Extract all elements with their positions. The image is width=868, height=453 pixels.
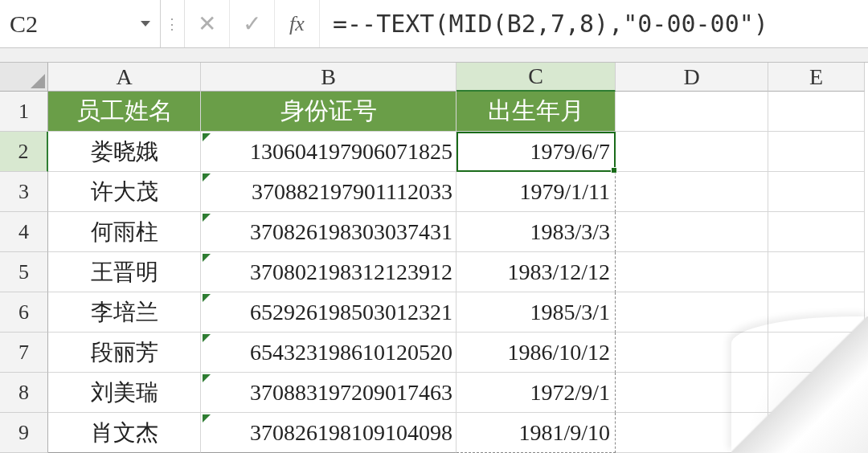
cell-D8[interactable] bbox=[616, 373, 768, 413]
col-header-B[interactable]: B bbox=[201, 63, 457, 92]
cell-C3[interactable]: 1979/1/11 bbox=[457, 172, 616, 212]
cell-D9[interactable] bbox=[616, 413, 768, 453]
text-marker-icon bbox=[203, 414, 211, 422]
col-header-E[interactable]: E bbox=[768, 63, 865, 92]
cell-C1[interactable]: 出生年月 bbox=[457, 92, 616, 132]
cell-E3[interactable] bbox=[768, 172, 865, 212]
text-marker-icon bbox=[203, 214, 211, 222]
cell-E7[interactable] bbox=[768, 333, 865, 373]
text-marker-icon bbox=[203, 173, 211, 182]
cell-B2[interactable]: 130604197906071825 bbox=[201, 132, 457, 172]
name-box-dropdown-icon[interactable] bbox=[141, 21, 150, 27]
cell-E4[interactable] bbox=[768, 212, 865, 252]
text-marker-icon bbox=[203, 133, 211, 141]
cell-E5[interactable] bbox=[768, 252, 865, 292]
row-header-9[interactable]: 9 bbox=[0, 413, 48, 453]
formula-input[interactable]: =--TEXT(MID(B2,7,8),"0-00-00") bbox=[320, 0, 868, 47]
cell-B8-value: 370883197209017463 bbox=[250, 380, 452, 406]
row-header-6[interactable]: 6 bbox=[0, 292, 48, 333]
cell-D4[interactable] bbox=[616, 212, 768, 252]
toolbar-separator bbox=[0, 48, 868, 63]
cell-D7[interactable] bbox=[616, 333, 768, 373]
cell-E1[interactable] bbox=[768, 92, 865, 132]
col-header-C[interactable]: C bbox=[457, 63, 616, 92]
cell-C6[interactable]: 1985/3/1 bbox=[457, 292, 616, 333]
cell-A6[interactable]: 李培兰 bbox=[48, 292, 201, 333]
cell-A5[interactable]: 王晋明 bbox=[48, 252, 201, 292]
row-header-1[interactable]: 1 bbox=[0, 92, 48, 132]
cell-D6[interactable] bbox=[616, 292, 768, 333]
cell-D5[interactable] bbox=[616, 252, 768, 292]
cell-A9[interactable]: 肖文杰 bbox=[48, 413, 201, 453]
cell-B9-value: 370826198109104098 bbox=[250, 420, 452, 446]
cell-E2[interactable] bbox=[768, 132, 865, 172]
text-marker-icon bbox=[203, 294, 211, 302]
cell-B5-value: 370802198312123912 bbox=[250, 259, 452, 285]
cell-D3[interactable] bbox=[616, 172, 768, 212]
select-all-corner[interactable] bbox=[0, 63, 48, 92]
row-header-4[interactable]: 4 bbox=[0, 212, 48, 252]
col-header-D[interactable]: D bbox=[616, 63, 768, 92]
cell-B6-value: 652926198503012321 bbox=[250, 300, 452, 325]
cell-D1[interactable] bbox=[616, 92, 768, 132]
cell-B8[interactable]: 370883197209017463 bbox=[201, 373, 457, 413]
cell-E6[interactable] bbox=[768, 292, 865, 333]
cell-C2[interactable]: 1979/6/7 bbox=[457, 132, 616, 172]
cell-D2[interactable] bbox=[616, 132, 768, 172]
name-box[interactable]: C2 bbox=[0, 0, 161, 47]
cell-E8[interactable] bbox=[768, 373, 865, 413]
cell-B6[interactable]: 652926198503012321 bbox=[201, 292, 457, 333]
cell-B7[interactable]: 654323198610120520 bbox=[201, 333, 457, 373]
cell-B9[interactable]: 370826198109104098 bbox=[201, 413, 457, 453]
spreadsheet-body: 1 员工姓名 身份证号 出生年月 2 娄晓娥 13060419790607182… bbox=[0, 92, 868, 453]
row-header-5[interactable]: 5 bbox=[0, 252, 48, 292]
cell-B7-value: 654323198610120520 bbox=[250, 340, 452, 365]
row-header-7[interactable]: 7 bbox=[0, 333, 48, 373]
cell-A3[interactable]: 许大茂 bbox=[48, 172, 201, 212]
cell-A1[interactable]: 员工姓名 bbox=[48, 92, 201, 132]
cell-B2-value: 130604197906071825 bbox=[250, 139, 452, 165]
text-marker-icon bbox=[203, 374, 211, 382]
enter-icon[interactable]: ✓ bbox=[230, 0, 275, 47]
row-header-8[interactable]: 8 bbox=[0, 373, 48, 413]
text-marker-icon bbox=[203, 334, 211, 342]
cell-B3-value: 370882197901112033 bbox=[252, 179, 452, 205]
cell-A4[interactable]: 何雨柱 bbox=[48, 212, 201, 252]
row-header-3[interactable]: 3 bbox=[0, 172, 48, 212]
formula-bar: C2 ⋮ ✕ ✓ fx =--TEXT(MID(B2,7,8),"0-00-00… bbox=[0, 0, 868, 48]
cell-C8[interactable]: 1972/9/1 bbox=[457, 373, 616, 413]
cell-C4[interactable]: 1983/3/3 bbox=[457, 212, 616, 252]
cell-A2[interactable]: 娄晓娥 bbox=[48, 132, 201, 172]
cell-B1[interactable]: 身份证号 bbox=[201, 92, 457, 132]
fx-icon[interactable]: fx bbox=[275, 0, 320, 47]
row-header-2[interactable]: 2 bbox=[0, 132, 48, 172]
cell-B5[interactable]: 370802198312123912 bbox=[201, 252, 457, 292]
cell-B4-value: 370826198303037431 bbox=[250, 219, 452, 245]
cell-C5[interactable]: 1983/12/12 bbox=[457, 252, 616, 292]
formula-bar-separator: ⋮ bbox=[161, 0, 185, 47]
spreadsheet-grid: A B C D E bbox=[0, 63, 868, 92]
cell-B4[interactable]: 370826198303037431 bbox=[201, 212, 457, 252]
cell-A8[interactable]: 刘美瑞 bbox=[48, 373, 201, 413]
cell-B3[interactable]: 370882197901112033 bbox=[201, 172, 457, 212]
cell-E9[interactable] bbox=[768, 413, 865, 453]
cell-C7[interactable]: 1986/10/12 bbox=[457, 333, 616, 373]
col-header-A[interactable]: A bbox=[48, 63, 201, 92]
name-box-value: C2 bbox=[10, 10, 38, 38]
cell-A7[interactable]: 段丽芳 bbox=[48, 333, 201, 373]
cancel-icon[interactable]: ✕ bbox=[185, 0, 230, 47]
cell-C9[interactable]: 1981/9/10 bbox=[457, 413, 616, 453]
text-marker-icon bbox=[203, 254, 211, 262]
